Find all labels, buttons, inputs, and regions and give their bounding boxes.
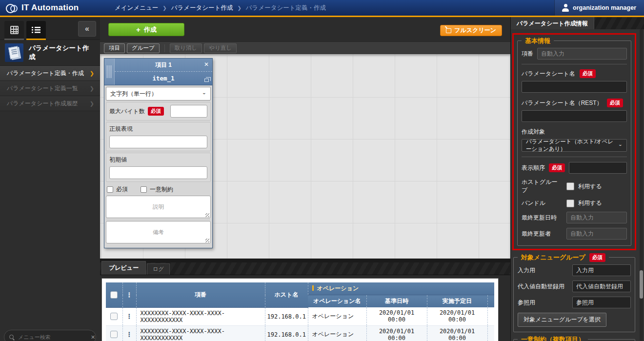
bundle-checkbox[interactable] bbox=[566, 200, 574, 207]
row-checkbox[interactable] bbox=[110, 331, 118, 338]
max-bytes-section: 最大バイト数 必須 bbox=[106, 102, 211, 120]
cell-base-datetime: 2020/01/01 00:00 bbox=[366, 307, 427, 325]
chevron-down-icon bbox=[202, 91, 206, 96]
undo-button[interactable]: 取り消し bbox=[170, 43, 202, 53]
last-updated-input bbox=[566, 212, 627, 223]
group-marker-icon bbox=[312, 285, 314, 291]
regex-input[interactable] bbox=[109, 136, 207, 148]
item-dialog-title: 項目 1 bbox=[155, 61, 172, 69]
main-area: 作成 フルスクリーン 項目 グループ 取り消し やり直し 項目 1 bbox=[100, 17, 510, 341]
search-icon bbox=[9, 335, 15, 340]
clear-search-icon[interactable] bbox=[91, 334, 95, 341]
select-target-menu-group-button[interactable]: 対象メニューグループを選択 bbox=[518, 313, 606, 327]
sheet-name-rest-input[interactable] bbox=[522, 110, 627, 122]
item-type-select[interactable]: 文字列（単一行） bbox=[106, 87, 211, 100]
user-menu[interactable]: organization manager bbox=[554, 0, 644, 16]
sidebar-item-creation-history[interactable]: パラメータシート作成履歴 bbox=[0, 96, 100, 111]
create-button[interactable]: 作成 bbox=[108, 23, 184, 36]
creation-target-select[interactable]: パラメータシート（ホスト/オペレーションあり） bbox=[522, 139, 627, 152]
host-group-checkbox[interactable] bbox=[566, 182, 574, 190]
id-input bbox=[537, 48, 627, 60]
tab-log[interactable]: ログ bbox=[147, 263, 170, 275]
chevron-right-icon bbox=[90, 85, 94, 92]
sidebar-item-definition-list[interactable]: パラメータシート定義一覧 bbox=[0, 81, 100, 96]
breadcrumb-main-menu[interactable]: メインメニュー bbox=[115, 4, 158, 12]
description-textarea[interactable] bbox=[106, 196, 211, 218]
add-item-button[interactable]: 項目 bbox=[104, 43, 125, 53]
substitution-use-field[interactable] bbox=[572, 281, 631, 292]
default-value-section: 初期値 bbox=[106, 153, 211, 182]
copy-window-icon[interactable] bbox=[204, 79, 209, 82]
kebab-menu-icon[interactable] bbox=[126, 291, 133, 299]
column-header-base-datetime[interactable]: 基準日時 bbox=[366, 295, 427, 308]
close-icon[interactable] bbox=[204, 61, 209, 68]
default-value-input[interactable] bbox=[109, 166, 207, 179]
cell-host: 192.168.0.1 bbox=[265, 307, 308, 325]
note-textarea[interactable] bbox=[106, 221, 211, 243]
input-use-field[interactable] bbox=[572, 264, 631, 276]
sidebar-item-label: パラメータシート定義一覧 bbox=[7, 84, 78, 93]
sheet-name-input[interactable] bbox=[522, 81, 627, 93]
required-badge: 必須 bbox=[580, 69, 596, 78]
bundle-use-label: 利用する bbox=[578, 199, 602, 207]
sheet-editor-canvas[interactable]: 項目 1 item_1 文字列（単一行） 最大バイト bbox=[100, 54, 510, 259]
sidebar-tab-grid[interactable] bbox=[4, 21, 24, 40]
preview-table: 項番 ホスト名 オペレーション オペレーション名 基準日時 実施予定日 最 bbox=[106, 282, 494, 341]
item-name[interactable]: item_1 bbox=[152, 75, 174, 82]
grid-icon bbox=[10, 26, 19, 34]
description-wrap bbox=[106, 196, 211, 220]
cell-id: XXXXXXXX-XXXX-XXXX-XXXX-XXXXXXXXXXXX bbox=[136, 307, 265, 325]
app-logo[interactable]: IT Automation bbox=[0, 3, 100, 13]
row-checkbox[interactable] bbox=[110, 313, 118, 320]
breadcrumb-separator-icon bbox=[237, 5, 241, 11]
menu-search-input[interactable] bbox=[18, 334, 87, 340]
creation-target-label: 作成対象 bbox=[522, 128, 545, 136]
breadcrumb-parameter-sheet[interactable]: パラメータシート作成 bbox=[171, 4, 233, 12]
add-group-button[interactable]: グループ bbox=[127, 43, 160, 53]
sidebar-item-label: パラメータシート作成履歴 bbox=[7, 100, 78, 108]
required-checkbox[interactable] bbox=[107, 186, 113, 193]
panel-scrollbar bbox=[640, 29, 643, 341]
sidebar-tab-menu-list[interactable] bbox=[26, 21, 46, 40]
user-icon bbox=[562, 4, 569, 12]
tab-creation-info[interactable]: パラメータシート作成情報 bbox=[511, 17, 594, 29]
display-order-input[interactable] bbox=[569, 162, 627, 174]
divider bbox=[522, 157, 627, 157]
row-menu-header bbox=[122, 282, 136, 307]
item-flags-row: 必須 一意制約 bbox=[106, 183, 211, 196]
select-all-header bbox=[106, 282, 122, 307]
max-bytes-input[interactable] bbox=[170, 105, 207, 118]
panel-resize-splitter[interactable] bbox=[100, 259, 510, 262]
fullscreen-button-label: フルスクリーン bbox=[454, 26, 496, 35]
column-header-scheduled-date[interactable]: 実施予定日 bbox=[427, 295, 487, 308]
unique-constraint-checkbox[interactable] bbox=[141, 186, 147, 193]
basic-info-fieldset: 基本情報 項番 パラメータシート名 必須 パラメータシート名（REST） 必須 bbox=[517, 40, 631, 246]
sidebar-collapse-button[interactable] bbox=[78, 21, 96, 37]
cell-operation: オペレーション bbox=[308, 325, 366, 341]
column-header-id[interactable]: 項番 bbox=[136, 282, 265, 307]
fullscreen-button[interactable]: フルスクリーン bbox=[440, 25, 502, 36]
column-header-operation-name[interactable]: オペレーション名 bbox=[308, 295, 366, 308]
action-bar: 作成 フルスクリーン bbox=[100, 17, 510, 41]
scrollbar-thumb[interactable] bbox=[640, 270, 643, 299]
kebab-menu-icon[interactable] bbox=[126, 331, 133, 338]
drag-handle-icon[interactable] bbox=[104, 59, 115, 85]
panel-body: 基本情報 項番 パラメータシート名 必須 パラメータシート名（REST） 必須 bbox=[511, 29, 644, 341]
host-group-label: ホストグループ bbox=[522, 178, 563, 195]
reference-use-field[interactable] bbox=[572, 297, 631, 308]
kebab-menu-icon[interactable] bbox=[126, 313, 133, 320]
cell-last bbox=[487, 325, 494, 341]
redo-button[interactable]: やり直し bbox=[204, 43, 237, 53]
menu-search-bar[interactable] bbox=[4, 330, 96, 341]
cell-scheduled-date: 2020/01/01 00:00 bbox=[427, 325, 487, 341]
unique-constraint-fieldset: 一意制約（複数項目） パターン 一意制約(複数項目)を選択 bbox=[513, 339, 635, 341]
select-all-checkbox[interactable] bbox=[110, 291, 118, 299]
sidebar-tabbar bbox=[0, 17, 100, 40]
sidebar-item-definition-create[interactable]: パラメータシート定義・作成 bbox=[0, 66, 100, 81]
target-menu-group-legend: 対象メニューグループ bbox=[521, 253, 585, 262]
tab-preview[interactable]: プレビュー bbox=[101, 261, 146, 275]
column-header-last-updated-clipped[interactable]: 最 bbox=[487, 295, 494, 308]
column-header-host[interactable]: ホスト名 bbox=[265, 282, 308, 307]
sidebar-item-label: パラメータシート定義・作成 bbox=[7, 69, 84, 78]
chevron-right-icon bbox=[90, 100, 94, 107]
